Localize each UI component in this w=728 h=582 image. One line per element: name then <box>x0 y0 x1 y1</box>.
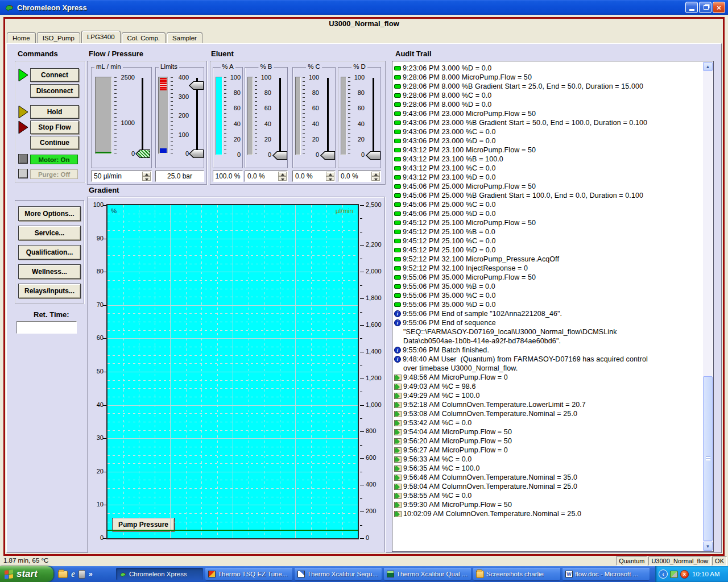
audit-entry: 9:28:06 PM 8.000 %B Gradient Start = 25.… <box>394 82 702 91</box>
spinner-up-icon[interactable] <box>371 172 380 176</box>
program-step-icon <box>394 120 401 125</box>
eluent-spinner[interactable] <box>278 172 287 181</box>
taskbar-button-thermo-xcalibur-sequ[interactable]: Thermo Xcalibur Sequ... <box>295 568 382 580</box>
audit-entry: 9:43:12 PM 23.100 MicroPump.Flow = 50 <box>394 146 702 155</box>
side-button-relays-inputs[interactable]: Relays/Inputs... <box>18 284 81 298</box>
eluent-slider-handle[interactable] <box>366 151 380 160</box>
restore-button[interactable] <box>699 2 712 13</box>
gridline-v <box>295 205 296 538</box>
eluent-spinner[interactable] <box>326 172 334 181</box>
eluent-value-a[interactable]: 100.0 % <box>213 171 243 182</box>
eluent-slider-track[interactable] <box>327 78 329 155</box>
audit-entry: 9:43:06 PM 23.000 %B Gradient Start = 50… <box>394 118 702 127</box>
stop-flow-button[interactable]: Stop Flow <box>30 120 79 134</box>
side-button-qualification[interactable]: Qualification... <box>18 245 81 260</box>
right-axis-tick <box>360 325 364 326</box>
audit-entry-text: 9:48:56 AM MicroPump.Flow = 0 <box>403 373 508 381</box>
purge-indicator-icon[interactable] <box>18 169 28 178</box>
tray-network-icon[interactable] <box>670 571 678 578</box>
audit-entry-text: 9:58:04 AM ColumnOven.Temperature.Nomina… <box>403 483 577 490</box>
spinner-up-icon[interactable] <box>278 172 287 176</box>
right-axis-tick <box>360 272 364 272</box>
program-step-icon <box>394 211 401 216</box>
screen: Chromeleon Xpress × U3000_Normal_flow Ho… <box>0 0 728 582</box>
scroll-up-icon[interactable]: ▲ <box>703 62 713 71</box>
flow-spinner[interactable] <box>142 172 151 181</box>
tab-iso-pump[interactable]: ISO_Pump <box>37 32 80 43</box>
right-axis-minor-tick <box>360 418 362 419</box>
taskbar-button-thermo-tsq-ez-tune[interactable]: Thermo TSQ EZ Tune... <box>205 568 292 580</box>
tab-home[interactable]: Home <box>7 32 36 43</box>
start-button[interactable]: start <box>0 566 53 582</box>
spinner-down-icon[interactable] <box>371 176 380 181</box>
continue-button[interactable]: Continue <box>30 136 79 149</box>
device-icon[interactable] <box>78 570 85 579</box>
audit-entry-text: 9:45:06 PM 25.000 %B Gradient Start = 10… <box>403 192 643 199</box>
eluent-value-d[interactable]: 0.0 % <box>338 171 381 182</box>
side-button-wellness[interactable]: Wellness... <box>18 264 81 279</box>
tab-sampler[interactable]: Sampler <box>167 32 202 43</box>
eluent-value-b[interactable]: 0.0 % <box>245 171 288 182</box>
flow-value-input[interactable]: 50 µl/min <box>91 171 152 182</box>
taskbar-button-thermo-xcalibur-qual[interactable]: Thermo Xcalibur Qual ... <box>384 568 471 580</box>
taskbar-button-screenshots-charlie[interactable]: Screenshots charlie <box>473 568 560 580</box>
scroll-down-icon[interactable]: ▼ <box>703 542 713 551</box>
upper-limit-marker <box>160 78 167 90</box>
ret-time-input[interactable] <box>16 321 77 334</box>
spinner-down-icon[interactable] <box>278 176 287 181</box>
manual-command-icon <box>394 511 402 517</box>
taskbar-button-flow-doc-microsoft[interactable]: Wflow.doc - Microsoft ... <box>562 568 650 580</box>
eluent-spinner[interactable] <box>371 172 380 181</box>
chevron-icon[interactable]: » <box>89 570 93 578</box>
spinner-down-icon[interactable] <box>142 176 151 181</box>
audit-entry-text: 9:52:12 PM 32.100 MicroPump_Pressure.Acq… <box>403 255 559 263</box>
lower-limit-handle[interactable] <box>189 149 204 158</box>
program-step-icon <box>394 102 401 107</box>
tray-language-icon[interactable]: ‹ <box>659 569 668 579</box>
spinner-down-icon[interactable] <box>326 176 334 181</box>
upper-limit-handle[interactable] <box>189 81 204 90</box>
eluent-value-c[interactable]: 0.0 % <box>292 171 336 182</box>
folder-icon[interactable] <box>58 571 68 578</box>
connect-button[interactable]: Connect <box>30 68 79 82</box>
audit-entry: 9:43:12 PM 23.100 %D = 0.0 <box>394 173 702 182</box>
side-button-more-options[interactable]: More Options... <box>18 206 81 221</box>
flow-gauge-level <box>96 152 111 153</box>
close-button[interactable]: × <box>713 2 725 13</box>
audit-entry-text: 9:48:40 AM User (Quantum) from FARMASOY-… <box>403 355 648 363</box>
audit-entry-text: 9:49:03 AM %C = 98.6 <box>403 383 475 390</box>
flow-slider-handle[interactable] <box>135 149 150 158</box>
eluent-slider-track[interactable] <box>373 78 374 155</box>
manual-command-icon <box>394 493 402 499</box>
audit-scrollbar[interactable]: ▲ ▼ <box>703 62 713 551</box>
disconnect-button[interactable]: Disconnect <box>30 84 79 98</box>
taskbar-button-chromeleon-xpress[interactable]: Chromeleon Xpress <box>116 568 203 580</box>
info-icon: i <box>394 347 401 354</box>
tab-lpg3400[interactable]: LPG3400 <box>81 31 121 43</box>
eluent-slider-track[interactable] <box>279 78 281 155</box>
manual-command-icon <box>394 484 402 490</box>
program-step-icon <box>394 175 401 180</box>
window-title: Chromeleon Xpress <box>17 3 87 12</box>
minimize-button[interactable] <box>685 2 698 13</box>
motor-indicator-icon[interactable] <box>18 154 28 164</box>
trace-pump-pressure <box>107 530 358 531</box>
eluent-slider-handle[interactable] <box>272 151 287 160</box>
right-axis-tick <box>360 298 364 299</box>
manual-command-icon <box>394 456 402 463</box>
timebase-title: U3000_Normal_flow <box>5 19 723 28</box>
scrollbar-thumb[interactable] <box>703 376 713 541</box>
ie-icon[interactable]: e <box>71 569 75 579</box>
spinner-up-icon[interactable] <box>142 172 151 176</box>
eluent-slider-handle[interactable] <box>320 151 335 160</box>
spinner-up-icon[interactable] <box>326 172 334 176</box>
right-axis-label-2200: 2,200 <box>366 241 385 248</box>
eluent-scale: 100806040200 <box>258 68 271 169</box>
limits-scale: 4003002001000 <box>173 68 189 169</box>
side-button-service[interactable]: Service... <box>18 226 81 240</box>
tab-col-comp[interactable]: Col. Comp. <box>122 32 166 43</box>
program-step-icon <box>394 93 401 98</box>
tray-alert-icon[interactable]: x <box>680 570 689 579</box>
hold-button[interactable]: Hold <box>30 105 79 119</box>
flow-slider-track[interactable] <box>142 78 143 154</box>
